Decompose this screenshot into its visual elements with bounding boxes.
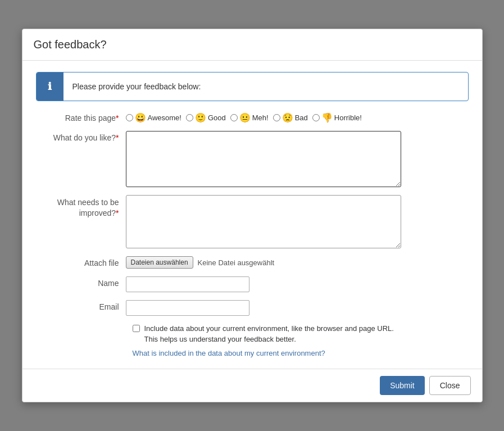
rating-bad-radio[interactable]: [273, 114, 280, 121]
horrible-label: Horrible!: [334, 114, 362, 122]
dialog-footer: Submit Close: [22, 369, 482, 402]
attach-label: Attach file: [36, 256, 126, 267]
improve-label: What needs to be improved?*: [36, 195, 126, 217]
email-input[interactable]: [126, 300, 249, 316]
email-label: Email: [36, 300, 126, 311]
choose-files-button[interactable]: Dateien auswählen: [126, 256, 193, 269]
horrible-emoji: 👎: [321, 112, 333, 123]
good-label: Good: [208, 114, 226, 122]
attach-controls: Dateien auswählen Keine Datei ausgewählt: [126, 256, 275, 269]
info-banner-text: Please provide your feedback below:: [63, 75, 210, 98]
improve-row: What needs to be improved?*: [36, 195, 469, 248]
like-textarea[interactable]: [126, 131, 401, 187]
close-button[interactable]: Close: [429, 376, 471, 395]
rating-horrible[interactable]: 👎 Horrible!: [312, 112, 362, 123]
env-checkbox-row: Include data about your current environm…: [133, 324, 469, 344]
like-row: What do you like?*: [36, 131, 469, 187]
info-icon: ℹ: [37, 72, 63, 101]
bad-emoji: 😟: [282, 112, 293, 123]
improve-textarea[interactable]: [126, 195, 401, 248]
rating-meh-radio[interactable]: [230, 114, 238, 121]
name-row: Name: [36, 276, 469, 292]
meh-emoji: 😐: [239, 112, 251, 123]
rating-good-radio[interactable]: [186, 114, 193, 121]
dialog-header: Got feedback?: [22, 29, 482, 61]
rating-bad[interactable]: 😟 Bad: [273, 112, 308, 123]
rating-options: 😀 Awesome! 🙂 Good 😐 Meh! 😟 Bad: [126, 111, 364, 123]
name-label: Name: [36, 276, 126, 288]
dialog-body: ℹ Please provide your feedback below: Ra…: [22, 61, 482, 368]
env-checkbox-text: Include data about your current environm…: [144, 324, 403, 344]
feedback-dialog: Got feedback? ℹ Please provide your feed…: [22, 29, 483, 402]
email-row: Email: [36, 300, 469, 316]
good-emoji: 🙂: [195, 112, 206, 123]
rating-awesome-radio[interactable]: [126, 114, 133, 121]
meh-label: Meh!: [252, 114, 269, 122]
rating-good[interactable]: 🙂 Good: [186, 112, 226, 123]
env-link-row: What is included in the data about my cu…: [133, 349, 469, 357]
like-label: What do you like?*: [36, 131, 126, 142]
no-file-text: Keine Datei ausgewählt: [198, 258, 275, 267]
awesome-label: Awesome!: [148, 114, 181, 122]
env-checkbox[interactable]: [133, 325, 140, 332]
rating-row: Rate this page* 😀 Awesome! 🙂 Good 😐 Meh!: [36, 111, 469, 123]
rating-awesome[interactable]: 😀 Awesome!: [126, 112, 181, 123]
info-banner: ℹ Please provide your feedback below:: [36, 72, 469, 101]
rating-horrible-radio[interactable]: [312, 114, 320, 121]
name-input[interactable]: [126, 276, 249, 292]
attach-row: Attach file Dateien auswählen Keine Date…: [36, 256, 469, 269]
rating-label: Rate this page*: [36, 111, 126, 123]
awesome-emoji: 😀: [135, 112, 146, 123]
bad-label: Bad: [295, 114, 308, 122]
submit-button[interactable]: Submit: [380, 376, 425, 395]
rating-meh[interactable]: 😐 Meh!: [230, 112, 269, 123]
env-link[interactable]: What is included in the data about my cu…: [133, 349, 325, 357]
dialog-title: Got feedback?: [34, 38, 471, 51]
